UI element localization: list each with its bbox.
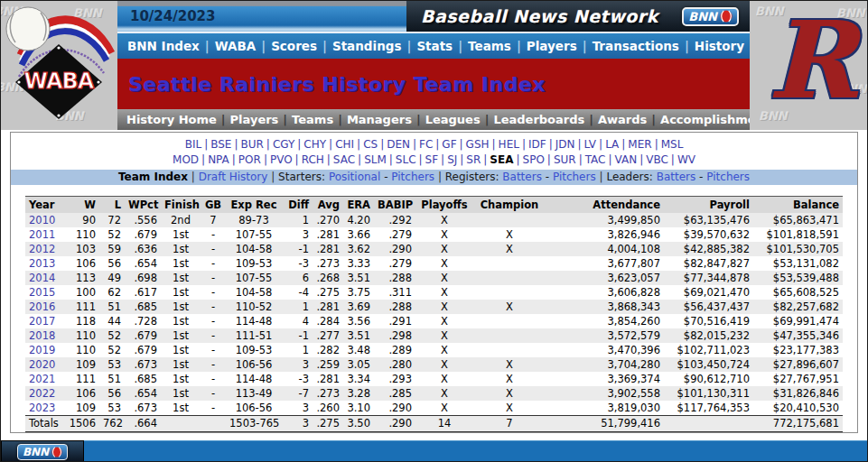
column-header-attendance[interactable]: Attendance — [546, 197, 664, 214]
waba-logo-icon[interactable]: WABA — [1, 1, 117, 130]
team-link-vbc[interactable]: VBC — [646, 153, 668, 166]
table-cell: 52 — [99, 328, 125, 343]
year-link[interactable]: 2022 — [25, 386, 63, 401]
year-link[interactable]: 2015 — [25, 285, 63, 300]
column-header-payroll[interactable]: Payroll — [664, 197, 753, 214]
team-link-chi[interactable]: CHI — [335, 138, 354, 151]
year-link[interactable]: 2023 — [25, 401, 63, 416]
team-link-sac[interactable]: SAC — [333, 153, 355, 166]
nav-item-bnn-index[interactable]: BNN Index — [127, 39, 200, 53]
year-link[interactable]: 2018 — [25, 328, 63, 343]
subnav-item-managers[interactable]: Managers — [347, 113, 412, 126]
team-link-sur[interactable]: SUR — [554, 153, 576, 166]
team-link-tac[interactable]: TAC — [585, 153, 606, 166]
column-header-diff[interactable]: Diff — [282, 197, 313, 214]
team-link-hel[interactable]: HEL — [499, 138, 519, 151]
index-bar-batters[interactable]: Batters — [657, 171, 696, 183]
team-link-spo[interactable]: SPO — [523, 153, 545, 166]
table-row: 201310656.6541st-109-53-3.2733.33.279X3,… — [25, 256, 843, 271]
separator: | — [271, 171, 275, 183]
year-link[interactable]: 2010 — [25, 213, 63, 227]
year-link[interactable]: 2016 — [25, 300, 63, 314]
table-cell: .556 — [125, 213, 161, 227]
index-bar-pitchers[interactable]: Pitchers — [391, 171, 434, 183]
nav-item-teams[interactable]: Teams — [468, 39, 511, 53]
nav-item-stats[interactable]: Stats — [416, 39, 453, 53]
column-header-gb[interactable]: GB — [201, 197, 226, 214]
nav-item-standings[interactable]: Standings — [332, 39, 402, 53]
nav-item-transactions[interactable]: Transactions — [593, 39, 679, 53]
column-header-l[interactable]: L — [99, 197, 125, 214]
column-header-balance[interactable]: Balance — [753, 197, 843, 214]
team-link-bse[interactable]: BSE — [210, 138, 231, 151]
team-link-wv[interactable]: WV — [677, 153, 695, 166]
subnav-item-leagues[interactable]: Leagues — [425, 113, 481, 126]
team-link-gf[interactable]: GF — [442, 138, 456, 151]
team-link-la[interactable]: LA — [605, 138, 619, 151]
year-link[interactable]: 2013 — [25, 256, 63, 271]
team-link-rch[interactable]: RCH — [302, 153, 324, 166]
rainiers-logo-icon[interactable]: R — [762, 1, 862, 126]
index-bar-draft-history[interactable]: Draft History — [199, 171, 268, 183]
team-link-slc[interactable]: SLC — [396, 153, 416, 166]
team-link-lv[interactable]: LV — [584, 138, 597, 151]
year-link[interactable]: 2020 — [25, 357, 63, 372]
team-link-npa[interactable]: NPA — [208, 153, 229, 166]
nav-item-waba[interactable]: WABA — [215, 39, 256, 53]
subnav-item-leaderboards[interactable]: Leaderboards — [493, 113, 584, 126]
column-header-era[interactable]: ERA — [343, 197, 374, 214]
team-link-chy[interactable]: CHY — [303, 138, 326, 151]
column-header-exp-rec[interactable]: Exp Rec — [226, 197, 282, 214]
index-bar-batters[interactable]: Batters — [502, 171, 542, 183]
subnav-item-players[interactable]: Players — [230, 113, 279, 126]
team-link-mod[interactable]: MOD — [173, 153, 199, 166]
nav-item-players[interactable]: Players — [527, 39, 577, 53]
team-link-sf[interactable]: SF — [425, 153, 439, 166]
team-link-idf[interactable]: IDF — [528, 138, 546, 151]
column-header-babip[interactable]: BABIP — [374, 197, 415, 214]
year-link[interactable]: 2012 — [25, 242, 63, 256]
year-link[interactable]: 2019 — [25, 343, 63, 357]
year-link[interactable]: 2021 — [25, 372, 63, 386]
team-link-cgy[interactable]: CGY — [273, 138, 294, 151]
team-link-gsh[interactable]: GSH — [466, 138, 490, 151]
team-link-por[interactable]: POR — [238, 153, 261, 166]
table-cell: $77,344,878 — [664, 271, 753, 285]
column-header-finish[interactable]: Finish — [161, 197, 201, 214]
column-header-wpct[interactable]: WPct — [125, 197, 161, 214]
column-header-champion[interactable]: Champion — [473, 197, 546, 214]
column-header-playoffs[interactable]: Playoffs — [415, 197, 473, 214]
bnn-logo-footer[interactable]: BNN — [17, 444, 68, 460]
team-link-sj[interactable]: SJ — [447, 153, 457, 166]
nav-item-history[interactable]: History — [695, 39, 744, 53]
team-link-fc[interactable]: FC — [419, 138, 433, 151]
team-link-pvo[interactable]: PVO — [270, 153, 293, 166]
column-header-year[interactable]: Year — [25, 197, 63, 214]
team-link-sea[interactable]: SEA — [490, 153, 513, 166]
bnn-logo[interactable]: BNN — [682, 7, 739, 26]
team-link-van[interactable]: VAN — [615, 153, 638, 166]
team-link-bil[interactable]: BIL — [185, 138, 201, 151]
team-link-msl[interactable]: MSL — [661, 138, 684, 151]
year-link[interactable]: 2014 — [25, 271, 63, 285]
team-link-slm[interactable]: SLM — [364, 153, 387, 166]
table-cell: X — [415, 343, 473, 357]
team-link-den[interactable]: DEN — [387, 138, 410, 151]
team-link-bur[interactable]: BUR — [240, 138, 263, 151]
column-header-avg[interactable]: Avg — [313, 197, 343, 214]
team-link-mer[interactable]: MER — [628, 138, 651, 151]
index-bar-pitchers[interactable]: Pitchers — [553, 171, 596, 183]
column-header-w[interactable]: W — [63, 197, 99, 214]
baseball-icon — [720, 10, 733, 23]
year-link[interactable]: 2011 — [25, 227, 63, 242]
index-bar-pitchers[interactable]: Pitchers — [706, 171, 750, 183]
subnav-item-awards[interactable]: Awards — [598, 113, 647, 126]
nav-item-scores[interactable]: Scores — [271, 39, 317, 53]
team-link-sr[interactable]: SR — [466, 153, 481, 166]
team-link-cs[interactable]: CS — [363, 138, 378, 151]
team-link-jdn[interactable]: JDN — [555, 138, 575, 151]
subnav-item-history-home[interactable]: History Home — [126, 113, 217, 126]
year-link[interactable]: 2017 — [25, 314, 63, 328]
subnav-item-teams[interactable]: Teams — [292, 113, 333, 126]
index-bar-positional[interactable]: Positional — [329, 171, 380, 183]
